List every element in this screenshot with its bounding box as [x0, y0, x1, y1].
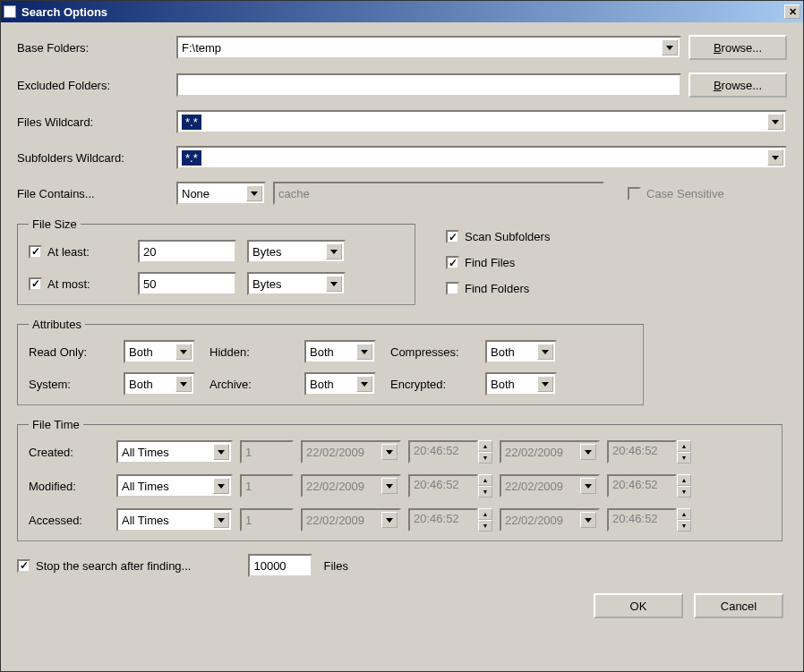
- read-only-label: Read Only:: [29, 345, 109, 359]
- encrypted-combo[interactable]: Both: [485, 372, 557, 396]
- chevron-down-icon[interactable]: [175, 376, 192, 392]
- chevron-down-icon[interactable]: [326, 243, 342, 259]
- created-label: Created:: [29, 446, 109, 459]
- accessed-mode-combo[interactable]: All Times: [116, 508, 233, 532]
- chevron-down-icon[interactable]: [213, 512, 229, 528]
- stop-after-input[interactable]: [248, 554, 312, 577]
- modified-time2-spinner: 20:46:52▲▼: [607, 474, 691, 498]
- file-contains-mode-combo[interactable]: None: [176, 182, 266, 205]
- created-date2-combo: 22/02/2009: [500, 440, 600, 464]
- stop-after-checkbox[interactable]: ✓ Stop the search after finding...: [17, 559, 191, 573]
- base-folders-combo[interactable]: F:\temp: [176, 36, 681, 59]
- encrypted-label: Encrypted:: [390, 378, 471, 391]
- browse-excluded-button[interactable]: Browse...: [689, 72, 787, 98]
- modified-time1-spinner: 20:46:52▲▼: [408, 474, 492, 498]
- chevron-down-icon[interactable]: [213, 478, 229, 494]
- checkbox-icon: [628, 187, 641, 200]
- archive-label: Archive:: [210, 378, 290, 391]
- chevron-down-icon[interactable]: [662, 39, 678, 55]
- chevron-down-icon[interactable]: [246, 185, 262, 201]
- modified-label: Modified:: [29, 480, 109, 493]
- at-most-input[interactable]: [138, 272, 236, 295]
- file-contains-mode-value: None: [182, 187, 210, 200]
- archive-combo[interactable]: Both: [304, 372, 376, 396]
- window-title: Search Options: [21, 5, 107, 19]
- at-least-unit-combo[interactable]: Bytes: [247, 240, 346, 263]
- files-wildcard-label: Files Wildcard:: [17, 115, 169, 129]
- subfolders-wildcard-value: *.*: [182, 150, 201, 166]
- chevron-down-icon[interactable]: [537, 376, 553, 392]
- excluded-folders-label: Excluded Folders:: [17, 79, 169, 92]
- find-files-checkbox[interactable]: ✓ Find Files: [446, 256, 550, 269]
- accessed-date1-combo: 22/02/2009: [301, 508, 401, 532]
- modified-date1-combo: 22/02/2009: [301, 474, 401, 498]
- case-sensitive-checkbox: Case Sensitive: [628, 187, 724, 200]
- scan-subfolders-checkbox[interactable]: ✓ Scan Subfolders: [446, 230, 550, 243]
- close-button[interactable]: ✕: [784, 4, 800, 19]
- chevron-down-icon[interactable]: [356, 376, 372, 392]
- chevron-down-icon: [580, 512, 596, 528]
- files-wildcard-combo[interactable]: *.*: [176, 110, 787, 133]
- subfolders-wildcard-combo[interactable]: *.*: [176, 146, 787, 169]
- modified-n-input: [240, 474, 294, 498]
- checkbox-icon: ✓: [17, 559, 30, 573]
- chevron-down-icon[interactable]: [767, 149, 783, 166]
- ok-button[interactable]: OK: [594, 593, 683, 618]
- accessed-date2-combo: 22/02/2009: [500, 508, 600, 532]
- system-combo[interactable]: Both: [124, 372, 195, 396]
- chevron-down-icon: [580, 444, 596, 460]
- at-least-input[interactable]: [138, 240, 236, 263]
- files-label: Files: [323, 559, 347, 573]
- checkbox-icon: ✓: [446, 230, 459, 243]
- accessed-time2-spinner: 20:46:52▲▼: [607, 508, 691, 532]
- created-time2-spinner: 20:46:52▲▼: [607, 440, 691, 464]
- compresses-combo[interactable]: Both: [485, 340, 557, 363]
- at-most-checkbox[interactable]: ✓ At most:: [29, 277, 127, 291]
- cancel-button[interactable]: Cancel: [694, 593, 783, 618]
- checkbox-icon: ✓: [29, 277, 42, 291]
- chevron-down-icon[interactable]: [326, 276, 342, 292]
- file-size-legend: File Size: [29, 217, 81, 231]
- hidden-combo[interactable]: Both: [304, 340, 376, 363]
- base-folders-label: Base Folders:: [17, 41, 169, 55]
- created-mode-combo[interactable]: All Times: [116, 440, 233, 464]
- compresses-label: Compresses:: [390, 345, 471, 359]
- at-least-checkbox[interactable]: ✓ At least:: [29, 245, 127, 259]
- excluded-folders-input[interactable]: [176, 73, 681, 97]
- chevron-down-icon[interactable]: [213, 444, 229, 460]
- chevron-down-icon[interactable]: [767, 114, 783, 130]
- chevron-down-icon[interactable]: [175, 344, 192, 360]
- browse-base-button[interactable]: Browse...: [689, 35, 787, 60]
- read-only-combo[interactable]: Both: [124, 340, 195, 363]
- chevron-down-icon: [381, 444, 398, 460]
- accessed-label: Accessed:: [29, 514, 109, 527]
- at-most-unit-combo[interactable]: Bytes: [247, 272, 346, 295]
- created-time1-spinner: 20:46:52▲▼: [408, 440, 492, 464]
- subfolders-wildcard-label: Subfolders Wildcard:: [17, 151, 169, 165]
- system-label: System:: [29, 378, 109, 391]
- attributes-legend: Attributes: [29, 318, 85, 331]
- chevron-down-icon: [381, 478, 398, 494]
- chevron-down-icon: [580, 478, 596, 494]
- files-wildcard-value: *.*: [182, 115, 201, 130]
- created-n-input: [240, 440, 294, 464]
- modified-date2-combo: 22/02/2009: [500, 474, 600, 498]
- accessed-time1-spinner: 20:46:52▲▼: [408, 508, 492, 532]
- hidden-label: Hidden:: [210, 345, 290, 359]
- chevron-down-icon: [381, 512, 398, 528]
- checkbox-icon: ✓: [29, 245, 42, 259]
- created-date1-combo: 22/02/2009: [301, 440, 401, 464]
- accessed-n-input: [240, 508, 294, 532]
- find-folders-checkbox[interactable]: Find Folders: [446, 282, 550, 295]
- base-folders-value: F:\temp: [182, 41, 221, 55]
- modified-mode-combo[interactable]: All Times: [116, 474, 233, 498]
- checkbox-icon: [446, 282, 459, 295]
- file-time-legend: File Time: [29, 418, 83, 431]
- app-icon: [4, 5, 16, 18]
- file-contains-label: File Contains...: [17, 187, 169, 200]
- chevron-down-icon[interactable]: [537, 344, 553, 360]
- chevron-down-icon[interactable]: [356, 344, 372, 360]
- checkbox-icon: ✓: [446, 256, 459, 269]
- file-contains-input: [273, 182, 604, 205]
